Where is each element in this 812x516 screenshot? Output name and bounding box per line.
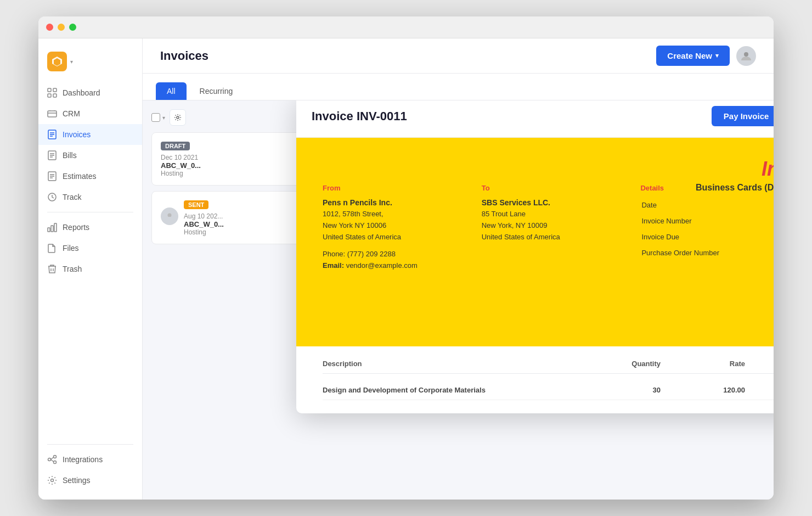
svg-point-30 xyxy=(54,461,57,464)
close-button[interactable] xyxy=(46,24,53,31)
sidebar-item-trash[interactable]: Trash xyxy=(38,259,142,279)
from-email-address: vendor@example.com xyxy=(346,261,418,270)
sidebar-label-track: Track xyxy=(63,193,81,201)
to-section: To SBS Services LLC. 85 Trout Lane New Y… xyxy=(482,184,608,271)
sidebar-label-trash: Trash xyxy=(63,265,82,273)
bills-icon xyxy=(47,150,57,160)
line-items-section: Description Quantity Rate Amount (USD) D… xyxy=(296,346,774,413)
sidebar-item-crm[interactable]: CRM xyxy=(38,103,142,124)
card2-desc: Hosting xyxy=(184,228,224,236)
titlebar xyxy=(38,16,774,38)
sidebar-label-dashboard: Dashboard xyxy=(63,88,100,97)
tab-recurring[interactable]: Recurring xyxy=(189,82,244,100)
sidebar-label-bills: Bills xyxy=(63,151,77,160)
item-quantity: 30 xyxy=(576,386,661,394)
invoice-heading-right: Invoice Business Cards (Design + Print) xyxy=(696,158,774,256)
page-title: Invoices xyxy=(160,49,208,63)
tabs-area: All Recurring xyxy=(143,74,774,100)
sidebar-bottom: Integrations Settings xyxy=(38,440,142,491)
sidebar-item-dashboard[interactable]: Dashboard xyxy=(38,82,142,103)
integrations-icon xyxy=(47,455,57,464)
col-header-amount: Amount (USD) xyxy=(745,360,774,368)
col-header-desc: Description xyxy=(323,360,576,368)
sidebar-label-files: Files xyxy=(63,244,79,253)
estimates-icon xyxy=(47,171,57,181)
sidebar-label-settings: Settings xyxy=(63,476,91,485)
sidebar-logo[interactable]: ▾ xyxy=(38,47,142,82)
app-window: ▾ Dashboard xyxy=(38,16,774,500)
maximize-button[interactable] xyxy=(69,24,76,31)
from-address3: United States of America xyxy=(323,232,449,243)
line-item-row: Design and Development of Corporate Mate… xyxy=(323,380,774,400)
svg-point-33 xyxy=(51,479,54,482)
select-all-checkbox[interactable] xyxy=(151,113,160,122)
from-label: From xyxy=(323,184,449,192)
checkbox-chevron-icon[interactable]: ▾ xyxy=(162,115,165,121)
col-header-rate: Rate xyxy=(661,360,745,368)
sidebar-item-estimates[interactable]: Estimates xyxy=(38,166,142,187)
svg-point-34 xyxy=(744,52,748,57)
sidebar-item-invoices[interactable]: Invoices xyxy=(38,124,142,145)
sidebar: ▾ Dashboard xyxy=(38,38,143,500)
item-amount: 3,600.00 xyxy=(745,386,774,394)
sidebar-item-integrations[interactable]: Integrations xyxy=(38,449,142,470)
sidebar-item-track[interactable]: Track xyxy=(38,187,142,207)
logo-chevron-icon: ▾ xyxy=(70,59,73,65)
top-header: Invoices Create New ▾ xyxy=(143,38,774,74)
track-icon xyxy=(47,192,57,202)
card2-content: SENT Aug 10 202... ABC_W_0... Hosting xyxy=(184,199,224,236)
sidebar-item-settings[interactable]: Settings xyxy=(38,470,142,491)
trash-icon xyxy=(47,264,57,274)
sidebar-label-invoices: Invoices xyxy=(63,130,91,139)
to-address1: 85 Trout Lane xyxy=(482,209,608,220)
svg-point-36 xyxy=(168,213,172,217)
svg-line-32 xyxy=(51,459,54,462)
svg-line-31 xyxy=(51,457,54,459)
from-phone: Phone: (777) 209 2288 xyxy=(323,249,449,260)
from-address2: New York NY 10006 xyxy=(323,220,449,232)
checkbox-area: ▾ xyxy=(151,113,165,122)
invoice-word: Invoice xyxy=(696,158,774,181)
svg-rect-2 xyxy=(48,88,51,92)
nav-separator-1 xyxy=(47,212,133,212)
crm-icon xyxy=(47,109,57,119)
header-right: Create New ▾ xyxy=(656,46,756,66)
svg-rect-3 xyxy=(53,88,57,92)
app-logo-icon xyxy=(47,52,67,71)
dashboard-icon xyxy=(47,88,57,98)
tab-all[interactable]: All xyxy=(156,82,187,100)
minimize-button[interactable] xyxy=(58,24,65,31)
reports-icon xyxy=(47,222,57,232)
main-content: Invoices Create New ▾ xyxy=(143,38,774,500)
app-body: ▾ Dashboard xyxy=(38,38,774,500)
gear-button[interactable] xyxy=(170,109,186,126)
svg-rect-4 xyxy=(48,94,51,97)
list-area: ▾ DRAFT Dec 10 2021 ABC_W_0... Hosting xyxy=(143,100,774,500)
create-new-button[interactable]: Create New ▾ xyxy=(656,46,730,66)
sidebar-item-files[interactable]: Files xyxy=(38,238,142,259)
svg-rect-23 xyxy=(48,228,50,232)
to-address2: New York, NY 10009 xyxy=(482,220,608,232)
modal-invoice-title: Invoice INV-0011 xyxy=(312,109,407,124)
invoice-body: Invoice Business Cards (Design + Print) xyxy=(296,138,774,413)
sidebar-label-crm: CRM xyxy=(63,109,80,118)
from-email-label: Email: xyxy=(323,261,346,270)
invoice-yellow-section: Invoice Business Cards (Design + Print) xyxy=(296,138,774,346)
svg-point-35 xyxy=(177,116,179,119)
col-header-qty: Quantity xyxy=(576,360,661,368)
badge-sent: SENT xyxy=(184,200,208,209)
to-address3: United States of America xyxy=(482,232,608,243)
item-rate: 120.00 xyxy=(661,386,745,394)
settings-icon xyxy=(47,475,57,485)
item-description: Design and Development of Corporate Mate… xyxy=(323,386,576,394)
modal-actions: Pay Invoice Options ▾ xyxy=(712,106,774,126)
sidebar-item-reports[interactable]: Reports xyxy=(38,217,142,238)
to-label: To xyxy=(482,184,608,192)
from-section: From Pens n Pencils Inc. 1012, 578th Str… xyxy=(323,184,449,271)
from-address1: 1012, 578th Street, xyxy=(323,209,449,220)
to-name: SBS Services LLC. xyxy=(482,197,608,209)
invoices-icon xyxy=(47,130,57,139)
user-avatar xyxy=(736,46,756,66)
sidebar-item-bills[interactable]: Bills xyxy=(38,145,142,166)
pay-invoice-button[interactable]: Pay Invoice xyxy=(712,106,774,126)
